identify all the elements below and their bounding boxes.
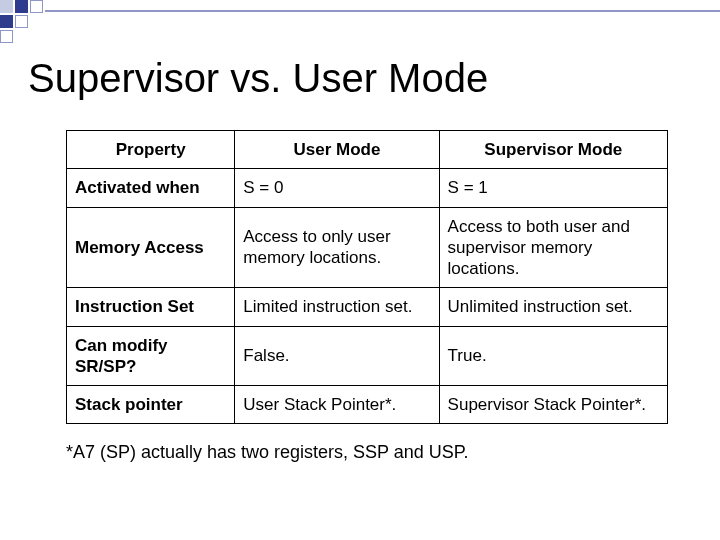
- prop-cell: Can modify SR/SP?: [67, 326, 235, 386]
- user-cell: S = 0: [235, 169, 439, 207]
- col-header-supervisor: Supervisor Mode: [439, 131, 667, 169]
- table-row: Instruction Set Limited instruction set.…: [67, 288, 668, 326]
- user-cell: Limited instruction set.: [235, 288, 439, 326]
- supervisor-cell: Unlimited instruction set.: [439, 288, 667, 326]
- prop-cell: Memory Access: [67, 207, 235, 288]
- table-row: Memory Access Access to only user memory…: [67, 207, 668, 288]
- comparison-table: Property User Mode Supervisor Mode Activ…: [66, 130, 668, 424]
- supervisor-cell: Access to both user and supervisor memor…: [439, 207, 667, 288]
- corner-decoration: [0, 0, 45, 45]
- col-header-user: User Mode: [235, 131, 439, 169]
- user-cell: Access to only user memory locations.: [235, 207, 439, 288]
- prop-cell: Activated when: [67, 169, 235, 207]
- supervisor-cell: Supervisor Stack Pointer*.: [439, 386, 667, 424]
- table-row: Stack pointer User Stack Pointer*. Super…: [67, 386, 668, 424]
- table-row: Can modify SR/SP? False. True.: [67, 326, 668, 386]
- prop-cell: Instruction Set: [67, 288, 235, 326]
- header-rule: [45, 10, 720, 12]
- user-cell: False.: [235, 326, 439, 386]
- prop-cell: Stack pointer: [67, 386, 235, 424]
- table-header-row: Property User Mode Supervisor Mode: [67, 131, 668, 169]
- slide: Supervisor vs. User Mode Property User M…: [0, 0, 720, 540]
- table-row: Activated when S = 0 S = 1: [67, 169, 668, 207]
- supervisor-cell: True.: [439, 326, 667, 386]
- user-cell: User Stack Pointer*.: [235, 386, 439, 424]
- comparison-table-wrap: Property User Mode Supervisor Mode Activ…: [24, 130, 696, 424]
- supervisor-cell: S = 1: [439, 169, 667, 207]
- page-title: Supervisor vs. User Mode: [28, 56, 696, 100]
- footnote: *A7 (SP) actually has two registers, SSP…: [66, 442, 696, 463]
- col-header-property: Property: [67, 131, 235, 169]
